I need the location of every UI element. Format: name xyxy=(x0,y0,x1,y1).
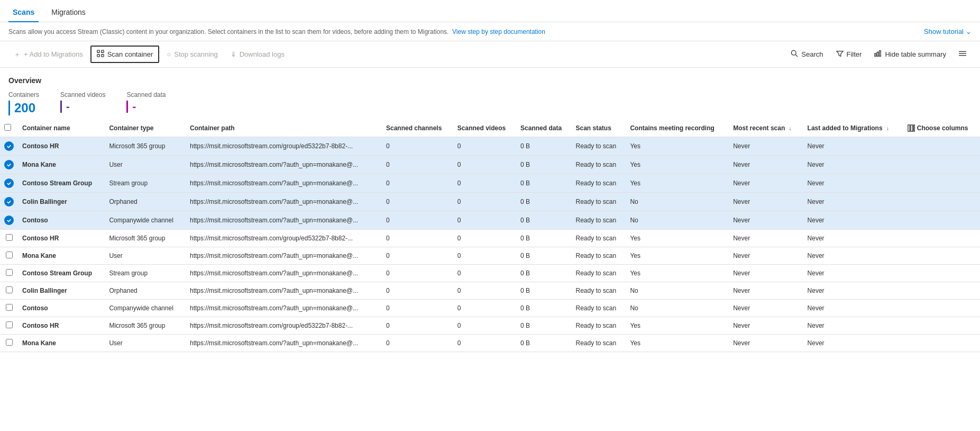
stat-scanned-data: Scanned data - xyxy=(126,91,166,115)
scan-container-button[interactable]: Scan container xyxy=(90,46,160,63)
sort-arrow-last-added: ↓ xyxy=(886,125,889,131)
row-checkbox-cell[interactable] xyxy=(0,137,18,156)
hide-table-summary-button[interactable]: Hide table summary xyxy=(869,47,951,62)
row-container-path: https://msit.microsoftstream.com/?auth_u… xyxy=(186,211,382,230)
stat-containers: Containers 200 xyxy=(8,91,39,115)
row-last-added: Never xyxy=(803,137,903,156)
row-last-added: Never xyxy=(803,211,903,230)
svg-rect-10 xyxy=(959,53,966,53)
doc-link[interactable]: View step by step documentation xyxy=(452,28,545,35)
row-scanned-videos: 0 xyxy=(453,300,516,317)
svg-rect-8 xyxy=(880,51,881,57)
row-checkbox[interactable] xyxy=(6,252,13,258)
select-all-checkbox[interactable] xyxy=(4,124,11,131)
download-icon: ⇓ xyxy=(231,50,236,58)
tab-migrations[interactable]: Migrations xyxy=(47,8,90,22)
tab-bar: Scans Migrations xyxy=(0,0,980,22)
row-meeting-recording: Yes xyxy=(626,137,729,156)
description-text: Scans allow you access Stream (Classic) … xyxy=(8,28,545,35)
table-row: Contoso HR Microsoft 365 group https://m… xyxy=(0,317,980,335)
row-choose-col xyxy=(903,335,980,352)
row-choose-col xyxy=(903,265,980,282)
row-choose-col xyxy=(903,317,980,335)
th-scanned-data[interactable]: Scanned data xyxy=(516,120,571,137)
row-last-added: Never xyxy=(803,335,903,352)
stop-scanning-button[interactable]: ○ Stop scanning xyxy=(161,47,223,61)
row-checkbox-cell[interactable] xyxy=(0,174,18,193)
row-container-name: Mona Kane xyxy=(18,247,105,265)
row-scanned-channels: 0 xyxy=(382,335,453,352)
th-contains-meeting-recording[interactable]: Contains meeting recording xyxy=(626,120,729,137)
th-container-type[interactable]: Container type xyxy=(105,120,186,137)
choose-columns-button[interactable]: Choose columns xyxy=(908,124,976,132)
data-table-container: Container name Container type Container … xyxy=(0,120,980,352)
th-scanned-videos[interactable]: Scanned videos xyxy=(453,120,516,137)
download-logs-button[interactable]: ⇓ Download logs xyxy=(225,47,290,61)
row-checkbox-cell[interactable] xyxy=(0,317,18,335)
row-checkbox-cell[interactable] xyxy=(0,211,18,230)
row-last-added: Never xyxy=(803,282,903,300)
plus-icon: ＋ xyxy=(14,50,21,59)
checked-icon xyxy=(4,160,14,169)
row-scan-status: Ready to scan xyxy=(571,300,626,317)
table-row: Contoso Stream Group Stream group https:… xyxy=(0,265,980,282)
row-checkbox-cell[interactable] xyxy=(0,335,18,352)
row-checkbox[interactable] xyxy=(6,286,13,293)
th-last-added[interactable]: Last added to Migrations ↓ xyxy=(803,120,903,137)
row-scanned-data: 0 B xyxy=(516,247,571,265)
row-scanned-channels: 0 xyxy=(382,317,453,335)
add-to-migrations-button[interactable]: ＋ + Add to Migrations xyxy=(8,47,88,62)
row-checkbox-cell[interactable] xyxy=(0,156,18,174)
overview-title: Overview xyxy=(8,76,972,85)
row-recent-scan: Never xyxy=(729,193,803,211)
row-scanned-data: 0 B xyxy=(516,317,571,335)
row-meeting-recording: Yes xyxy=(626,247,729,265)
table-row: Mona Kane User https://msit.microsoftstr… xyxy=(0,335,980,352)
row-scanned-channels: 0 xyxy=(382,137,453,156)
row-container-path: https://msit.microsoftstream.com/?auth_u… xyxy=(186,335,382,352)
row-last-added: Never xyxy=(803,265,903,282)
tab-scans[interactable]: Scans xyxy=(8,8,39,22)
th-container-path[interactable]: Container path xyxy=(186,120,382,137)
row-scanned-data: 0 B xyxy=(516,282,571,300)
th-choose-columns[interactable]: Choose columns xyxy=(903,120,980,137)
row-checkbox[interactable] xyxy=(6,234,13,241)
row-container-name: Contoso xyxy=(18,211,105,230)
row-container-name: Contoso HR xyxy=(18,230,105,247)
row-choose-col xyxy=(903,282,980,300)
row-recent-scan: Never xyxy=(729,282,803,300)
checked-icon xyxy=(4,197,14,206)
th-scanned-channels[interactable]: Scanned channels xyxy=(382,120,453,137)
checked-icon xyxy=(4,141,14,151)
row-checkbox-cell[interactable] xyxy=(0,265,18,282)
th-container-name[interactable]: Container name xyxy=(18,120,105,137)
search-button[interactable]: Search xyxy=(785,47,828,62)
row-checkbox[interactable] xyxy=(6,304,13,311)
row-checkbox-cell[interactable] xyxy=(0,193,18,211)
row-checkbox-cell[interactable] xyxy=(0,230,18,247)
row-checkbox-cell[interactable] xyxy=(0,300,18,317)
row-scan-status: Ready to scan xyxy=(571,137,626,156)
overview-section: Overview Containers 200 Scanned videos -… xyxy=(0,68,980,120)
more-options-button[interactable] xyxy=(954,47,972,62)
th-scan-status[interactable]: Scan status xyxy=(571,120,626,137)
th-select-all[interactable] xyxy=(0,120,18,137)
svg-rect-12 xyxy=(908,125,910,131)
row-scanned-videos: 0 xyxy=(453,247,516,265)
row-scanned-videos: 0 xyxy=(453,317,516,335)
th-most-recent-scan[interactable]: Most recent scan ↓ xyxy=(729,120,803,137)
row-scanned-videos: 0 xyxy=(453,335,516,352)
row-container-type: Microsoft 365 group xyxy=(105,317,186,335)
row-meeting-recording: No xyxy=(626,211,729,230)
row-scanned-channels: 0 xyxy=(382,282,453,300)
row-checkbox[interactable] xyxy=(6,339,13,346)
row-container-type: User xyxy=(105,247,186,265)
show-tutorial-button[interactable]: Show tutorial ⌄ xyxy=(924,28,972,35)
row-checkbox[interactable] xyxy=(6,269,13,276)
row-checkbox-cell[interactable] xyxy=(0,282,18,300)
row-recent-scan: Never xyxy=(729,317,803,335)
row-checkbox[interactable] xyxy=(6,321,13,328)
filter-button[interactable]: Filter xyxy=(831,47,867,62)
row-checkbox-cell[interactable] xyxy=(0,247,18,265)
svg-rect-13 xyxy=(911,125,913,131)
